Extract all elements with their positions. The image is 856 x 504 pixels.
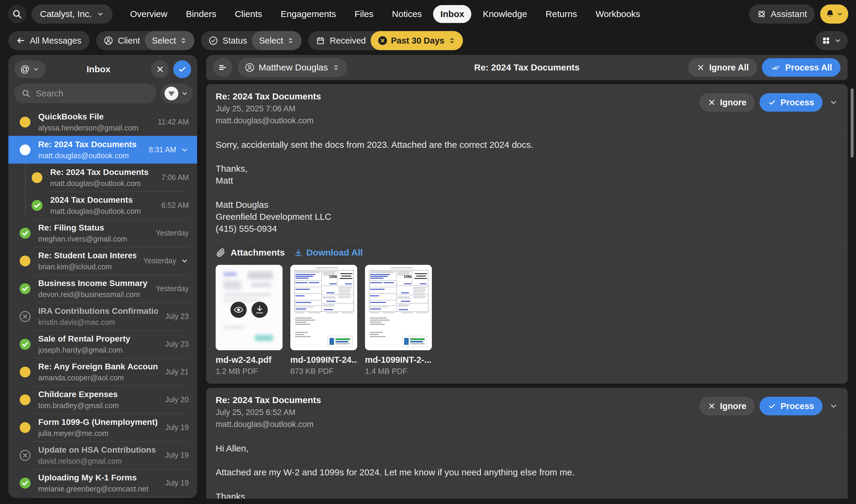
item-sender-email: kristin.davis@mac.com	[38, 318, 158, 327]
check-icon	[768, 98, 776, 107]
item-time: July 19	[165, 451, 189, 460]
notifications-button[interactable]	[820, 4, 848, 23]
process-selected-button[interactable]	[173, 60, 191, 78]
item-sender-email: alyssa.henderson@gmail.com	[38, 124, 138, 132]
nav-tab-clients[interactable]: Clients	[228, 5, 269, 23]
status-icon	[19, 255, 31, 267]
email-actions: Ignore Process	[699, 395, 838, 415]
inbox-list-item[interactable]: Re: Do You Have Any Dependen	[8, 497, 197, 498]
view-toggle[interactable]	[815, 31, 848, 50]
nav-tab-files[interactable]: Files	[347, 5, 380, 23]
inbox-list-item[interactable]: Form 1099-G (Unemployment) julia.meyer@m…	[8, 414, 197, 441]
inbox-list-item[interactable]: Re: 2024 Tax Documents matt.douglas@outl…	[8, 136, 197, 164]
inbox-list-item[interactable]: Re: 2024 Tax Documents matt.douglas@outl…	[8, 164, 197, 192]
inbox-list-item[interactable]: Update on HSA Contributions david.nelson…	[8, 441, 197, 469]
attachment-thumbnail[interactable]: 1098	[290, 265, 357, 350]
chevron-down-icon[interactable]	[180, 257, 189, 265]
select-updown-icon	[332, 64, 340, 71]
inbox-list-item[interactable]: 2024 Tax Documents matt.douglas@outlook.…	[8, 192, 197, 219]
nav-tab-inbox[interactable]: Inbox	[433, 5, 471, 23]
inbox-list-item[interactable]: Business Income Summary devon.reid@busin…	[8, 275, 197, 303]
item-meta: Yesterday	[156, 284, 189, 293]
inbox-list-item[interactable]: Re: Filing Status meghan.rivers@gmail.co…	[8, 219, 197, 247]
ignore-button[interactable]: Ignore	[699, 397, 755, 415]
ignore-selected-button[interactable]	[151, 60, 169, 78]
email-paragraph: Thanks, Matt	[216, 163, 838, 186]
nav-tab-notices[interactable]: Notices	[385, 5, 429, 23]
nav-tab-binders[interactable]: Binders	[179, 5, 224, 23]
calendar-icon	[316, 36, 325, 45]
attachment-thumbnail[interactable]	[216, 265, 283, 350]
inbox-search-row	[8, 80, 197, 108]
download-all-label: Download All	[306, 248, 363, 258]
item-meta: 11:42 AM	[158, 118, 189, 126]
status-icon	[19, 116, 31, 128]
arrow-left-icon	[16, 36, 25, 45]
attachment-item: 1098 md-1099INT-24... 873 KB PDF	[290, 265, 357, 376]
collapse-email-icon[interactable]	[829, 401, 838, 411]
item-subject: Uploading My K-1 Forms	[38, 473, 148, 483]
received-select[interactable]: Past 30 Days	[371, 31, 463, 50]
attachment-filesize: 1.4 MB PDF	[365, 367, 432, 376]
email-card: Re: 2024 Tax Documents July 25, 2025 7:0…	[206, 84, 848, 384]
item-time: July 20	[165, 395, 189, 404]
received-filter-label: Received	[330, 36, 366, 46]
download-all-link[interactable]: Download All	[294, 248, 363, 258]
attachment-item: 1098 md-1099INT-2-... 1.4 MB PDF	[365, 265, 432, 376]
list-icon	[218, 63, 228, 72]
nav-tab-workbooks[interactable]: Workbooks	[588, 5, 647, 23]
inbox-list-item[interactable]: QuickBooks File alyssa.henderson@gmail.c…	[8, 108, 197, 136]
nav-tab-overview[interactable]: Overview	[123, 5, 174, 23]
process-all-button[interactable]: Process All	[762, 58, 840, 77]
status-icon	[31, 199, 43, 211]
inbox-list-item[interactable]: Childcare Expenses tom.bradley@gmail.com…	[8, 386, 197, 414]
email-date: July 25, 2025 7:06 AM	[216, 104, 321, 113]
chevron-down-icon	[33, 66, 40, 73]
search-input[interactable]	[35, 88, 149, 99]
scrollbar-thumb[interactable]	[851, 88, 854, 158]
org-switcher[interactable]: Catalyst, Inc.	[32, 4, 112, 23]
email-paragraph: Sorry, accidentally sent the docs from 2…	[216, 139, 838, 151]
mention-filter-button[interactable]: @	[14, 60, 46, 78]
nav-tab-engagements[interactable]: Engagements	[273, 5, 343, 23]
inbox-list-item[interactable]: Re: Any Foreign Bank Accounts? amanda.co…	[8, 358, 197, 386]
status-select[interactable]: Select	[252, 31, 302, 50]
nav-tab-returns[interactable]: Returns	[538, 5, 584, 23]
item-text: Re: Any Foreign Bank Accounts? amanda.co…	[38, 362, 158, 382]
list-filter-button[interactable]	[160, 84, 193, 103]
attachment-thumbnail[interactable]: 1098	[365, 265, 432, 350]
item-sender-email: brian.kim@icloud.com	[38, 263, 136, 271]
client-select[interactable]: Select	[145, 31, 195, 50]
email-card-header: Re: 2024 Tax Documents July 25, 2025 6:5…	[206, 388, 848, 435]
chevron-down-icon[interactable]	[180, 146, 189, 154]
collapse-email-icon[interactable]	[829, 98, 838, 107]
global-search-button[interactable]	[8, 5, 26, 23]
inbox-list-item[interactable]: Sale of Rental Property joseph.hardy@gma…	[8, 330, 197, 358]
email-subject: Re: 2024 Tax Documents	[216, 395, 321, 405]
process-button[interactable]: Process	[760, 397, 823, 415]
inbox-list-item[interactable]: Uploading My K-1 Forms melanie.greenberg…	[8, 469, 197, 497]
email-body: Sorry, accidentally sent the docs from 2…	[206, 132, 848, 241]
item-subject: QuickBooks File	[38, 112, 138, 122]
org-name: Catalyst, Inc.	[40, 9, 92, 19]
ignore-button[interactable]: Ignore	[699, 93, 755, 112]
assistant-button[interactable]: Assistant	[749, 4, 815, 23]
ignore-all-button[interactable]: Ignore All	[688, 58, 757, 77]
chevron-down-icon	[96, 10, 104, 18]
inbox-list-item[interactable]: Re: Student Loan Interest brian.kim@iclo…	[8, 247, 197, 275]
email-card-header: Re: 2024 Tax Documents July 25, 2025 7:0…	[206, 84, 848, 132]
email-actions: Ignore Process	[699, 91, 838, 112]
process-button[interactable]: Process	[760, 93, 823, 112]
nav-tab-knowledge[interactable]: Knowledge	[476, 5, 534, 23]
main-content: Matthew Douglas Re: 2024 Tax Documents I…	[206, 55, 848, 499]
item-meta: Yesterday	[143, 256, 189, 265]
status-icon	[19, 366, 31, 378]
client-selector[interactable]: Matthew Douglas	[238, 58, 347, 77]
search-box[interactable]	[14, 84, 156, 103]
toggle-list-button[interactable]	[213, 58, 232, 77]
back-all-messages-button[interactable]: All Messages	[8, 31, 90, 50]
item-meta: 6:52 AM	[161, 201, 189, 210]
clear-filter-icon[interactable]	[378, 36, 387, 46]
item-text: Re: Student Loan Interest brian.kim@iclo…	[38, 251, 136, 271]
inbox-list-item[interactable]: IRA Contributions Confirmation kristin.d…	[8, 303, 197, 330]
